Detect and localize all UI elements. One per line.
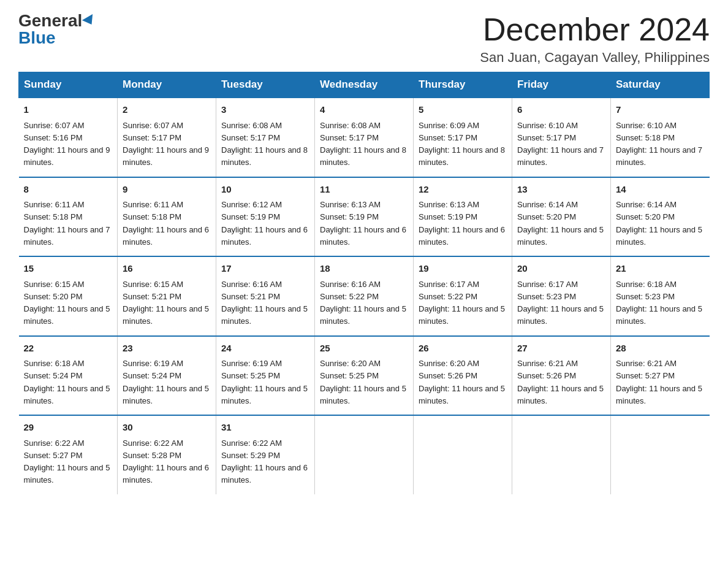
calendar-cell: 30Sunrise: 6:22 AMSunset: 5:28 PMDayligh… [118,415,216,494]
day-number: 1 [24,103,113,117]
logo-blue-text: Blue [18,29,56,47]
day-detail: Sunrise: 6:07 AMSunset: 5:16 PMDaylight:… [24,121,110,167]
calendar-cell: 29Sunrise: 6:22 AMSunset: 5:27 PMDayligh… [19,415,118,494]
day-number: 23 [123,342,211,356]
day-detail: Sunrise: 6:12 AMSunset: 5:19 PMDaylight:… [221,200,308,247]
page-header: General Blue December 2024 San Juan, Cag… [18,12,710,66]
day-detail: Sunrise: 6:22 AMSunset: 5:28 PMDaylight:… [123,439,209,485]
day-detail: Sunrise: 6:20 AMSunset: 5:25 PMDaylight:… [320,359,406,405]
calendar-week-row: 15Sunrise: 6:15 AMSunset: 5:20 PMDayligh… [19,256,710,336]
header-monday: Monday [118,72,216,98]
calendar-cell [315,415,414,494]
calendar-cell: 7Sunrise: 6:10 AMSunset: 5:18 PMDaylight… [611,98,710,177]
day-number: 15 [24,262,113,276]
logo: General Blue [18,12,96,47]
day-number: 4 [320,103,408,117]
day-number: 7 [616,103,705,117]
calendar-cell: 9Sunrise: 6:11 AMSunset: 5:18 PMDaylight… [118,177,216,257]
day-number: 21 [616,262,705,276]
day-number: 24 [221,342,309,356]
day-number: 27 [517,342,605,356]
calendar-week-row: 29Sunrise: 6:22 AMSunset: 5:27 PMDayligh… [19,415,710,494]
day-number: 19 [419,262,507,276]
day-number: 3 [221,103,309,117]
day-detail: Sunrise: 6:22 AMSunset: 5:29 PMDaylight:… [221,439,308,485]
day-number: 13 [517,183,605,197]
day-detail: Sunrise: 6:11 AMSunset: 5:18 PMDaylight:… [123,200,209,247]
calendar-cell: 15Sunrise: 6:15 AMSunset: 5:20 PMDayligh… [19,256,118,336]
day-number: 26 [419,342,507,356]
day-detail: Sunrise: 6:22 AMSunset: 5:27 PMDaylight:… [24,439,110,485]
day-number: 5 [419,103,507,117]
day-number: 22 [24,342,113,356]
calendar-cell: 5Sunrise: 6:09 AMSunset: 5:17 PMDaylight… [414,98,512,177]
calendar-cell: 17Sunrise: 6:16 AMSunset: 5:21 PMDayligh… [216,256,315,336]
header-sunday: Sunday [19,72,118,98]
day-detail: Sunrise: 6:21 AMSunset: 5:27 PMDaylight:… [616,359,702,405]
calendar-cell: 4Sunrise: 6:08 AMSunset: 5:17 PMDaylight… [315,98,414,177]
day-number: 9 [123,183,211,197]
day-number: 11 [320,183,408,197]
calendar-cell [512,415,611,494]
calendar-cell [414,415,512,494]
day-number: 6 [517,103,605,117]
calendar-cell: 11Sunrise: 6:13 AMSunset: 5:19 PMDayligh… [315,177,414,257]
calendar-cell: 21Sunrise: 6:18 AMSunset: 5:23 PMDayligh… [611,256,710,336]
day-number: 20 [517,262,605,276]
day-number: 10 [221,183,309,197]
calendar-cell: 23Sunrise: 6:19 AMSunset: 5:24 PMDayligh… [118,336,216,416]
day-detail: Sunrise: 6:16 AMSunset: 5:21 PMDaylight:… [221,280,308,326]
day-detail: Sunrise: 6:13 AMSunset: 5:19 PMDaylight:… [419,200,505,247]
day-number: 18 [320,262,408,276]
title-block: December 2024 San Juan, Cagayan Valley, … [480,12,710,66]
day-detail: Sunrise: 6:11 AMSunset: 5:18 PMDaylight:… [24,200,110,247]
page-title: December 2024 [480,12,710,47]
day-detail: Sunrise: 6:08 AMSunset: 5:17 PMDaylight:… [320,121,406,167]
calendar-cell: 19Sunrise: 6:17 AMSunset: 5:22 PMDayligh… [414,256,512,336]
day-number: 12 [419,183,507,197]
day-detail: Sunrise: 6:20 AMSunset: 5:26 PMDaylight:… [419,359,505,405]
calendar-cell: 16Sunrise: 6:15 AMSunset: 5:21 PMDayligh… [118,256,216,336]
calendar-header-row: SundayMondayTuesdayWednesdayThursdayFrid… [19,72,710,98]
day-detail: Sunrise: 6:17 AMSunset: 5:22 PMDaylight:… [419,280,505,326]
day-detail: Sunrise: 6:18 AMSunset: 5:24 PMDaylight:… [24,359,110,405]
calendar-table: SundayMondayTuesdayWednesdayThursdayFrid… [18,72,710,494]
day-number: 29 [24,421,113,435]
logo-general-text: General [18,12,82,29]
day-number: 8 [24,183,113,197]
day-detail: Sunrise: 6:19 AMSunset: 5:25 PMDaylight:… [221,359,308,405]
calendar-cell: 8Sunrise: 6:11 AMSunset: 5:18 PMDaylight… [19,177,118,257]
day-number: 30 [123,421,211,435]
calendar-cell: 3Sunrise: 6:08 AMSunset: 5:17 PMDaylight… [216,98,315,177]
day-detail: Sunrise: 6:14 AMSunset: 5:20 PMDaylight:… [517,200,604,247]
day-number: 17 [221,262,309,276]
day-detail: Sunrise: 6:16 AMSunset: 5:22 PMDaylight:… [320,280,406,326]
page-subtitle: San Juan, Cagayan Valley, Philippines [480,50,710,66]
calendar-cell: 18Sunrise: 6:16 AMSunset: 5:22 PMDayligh… [315,256,414,336]
calendar-cell: 28Sunrise: 6:21 AMSunset: 5:27 PMDayligh… [611,336,710,416]
calendar-week-row: 22Sunrise: 6:18 AMSunset: 5:24 PMDayligh… [19,336,710,416]
day-detail: Sunrise: 6:21 AMSunset: 5:26 PMDaylight:… [517,359,604,405]
header-wednesday: Wednesday [315,72,414,98]
day-detail: Sunrise: 6:15 AMSunset: 5:21 PMDaylight:… [123,280,209,326]
calendar-cell: 26Sunrise: 6:20 AMSunset: 5:26 PMDayligh… [414,336,512,416]
day-detail: Sunrise: 6:15 AMSunset: 5:20 PMDaylight:… [24,280,110,326]
day-detail: Sunrise: 6:10 AMSunset: 5:17 PMDaylight:… [517,121,604,167]
day-number: 2 [123,103,211,117]
header-saturday: Saturday [611,72,710,98]
calendar-cell: 31Sunrise: 6:22 AMSunset: 5:29 PMDayligh… [216,415,315,494]
day-detail: Sunrise: 6:19 AMSunset: 5:24 PMDaylight:… [123,359,209,405]
header-thursday: Thursday [414,72,512,98]
calendar-cell: 10Sunrise: 6:12 AMSunset: 5:19 PMDayligh… [216,177,315,257]
day-number: 31 [221,421,309,435]
day-detail: Sunrise: 6:18 AMSunset: 5:23 PMDaylight:… [616,280,702,326]
header-tuesday: Tuesday [216,72,315,98]
calendar-cell: 2Sunrise: 6:07 AMSunset: 5:17 PMDaylight… [118,98,216,177]
day-detail: Sunrise: 6:14 AMSunset: 5:20 PMDaylight:… [616,200,702,247]
logo-triangle-icon [82,14,97,28]
calendar-cell: 27Sunrise: 6:21 AMSunset: 5:26 PMDayligh… [512,336,611,416]
day-number: 16 [123,262,211,276]
day-detail: Sunrise: 6:10 AMSunset: 5:18 PMDaylight:… [616,121,702,167]
day-detail: Sunrise: 6:17 AMSunset: 5:23 PMDaylight:… [517,280,604,326]
calendar-cell: 1Sunrise: 6:07 AMSunset: 5:16 PMDaylight… [19,98,118,177]
